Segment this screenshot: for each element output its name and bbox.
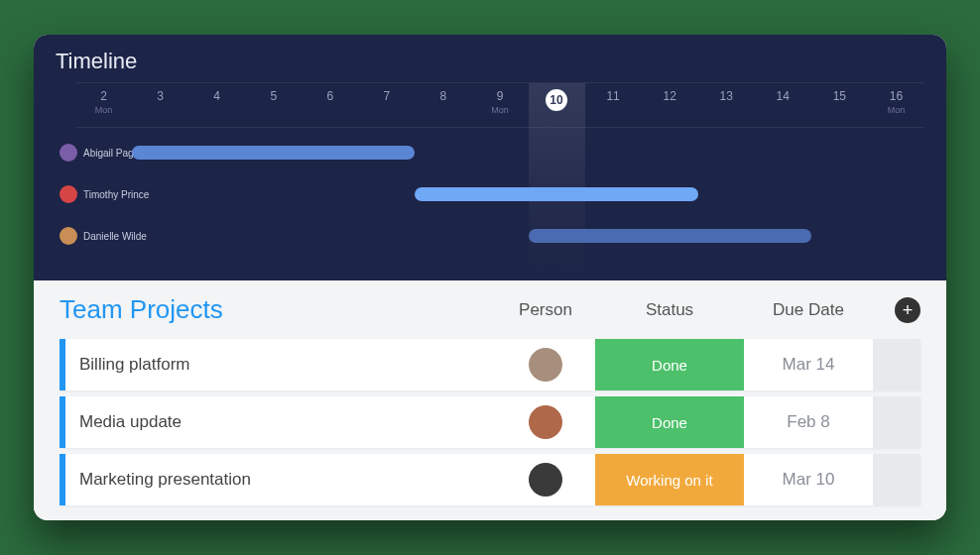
avatar-icon [529,405,562,439]
gantt-person-name: Timothy Prince [83,189,149,200]
timeline-date-cell[interactable]: 13 [698,83,755,127]
task-row-trail [873,396,920,448]
projects-header: Team Projects Person Status Due Date + [60,294,920,325]
column-header-person: Person [496,300,595,320]
task-row[interactable]: Marketing presentationWorking on itMar 1… [60,454,920,505]
date-number: 4 [188,89,245,103]
task-status-cell[interactable]: Done [595,339,744,390]
gantt-bar[interactable] [132,146,415,160]
date-dayofweek: Mon [868,105,924,115]
timeline-date-cell[interactable]: 16Mon [868,83,924,127]
task-row-trail [873,454,920,505]
task-status-cell[interactable]: Done [595,396,744,448]
task-name: Media update [65,412,496,432]
timeline-date-cell[interactable]: 6 [302,83,358,127]
avatar-icon [60,185,77,203]
task-row[interactable]: Billing platformDoneMar 14 [60,339,920,390]
timeline-date-cell[interactable]: 3 [132,83,188,127]
date-number: 14 [755,89,811,103]
projects-title: Team Projects [60,294,496,325]
timeline-title: Timeline [56,49,924,74]
gantt-person-name: Abigail Pagi [83,148,136,159]
avatar-icon [60,144,77,162]
date-number: 15 [811,89,868,103]
date-number: 5 [245,89,302,103]
task-status-cell[interactable]: Working on it [595,454,744,505]
timeline-date-cell[interactable]: 4 [188,83,245,127]
gantt-bar[interactable] [415,187,697,201]
timeline-gantt: Abigail PagiTimothy PrinceDanielle Wilde [75,132,924,257]
gantt-row: Timothy Prince [75,173,924,215]
timeline-date-cell[interactable]: 12 [642,83,698,127]
timeline-date-cell[interactable]: 10 [529,83,585,127]
date-dayofweek: Mon [75,105,132,115]
avatar-icon [60,227,77,245]
gantt-person-label[interactable]: Abigail Pagi [60,144,136,162]
avatar-icon [529,348,562,382]
task-person-cell[interactable] [496,405,595,439]
task-due-cell[interactable]: Feb 8 [744,412,873,432]
gantt-bar[interactable] [529,229,811,243]
timeline-date-cell[interactable]: 15 [811,83,868,127]
task-due-cell[interactable]: Mar 10 [744,470,873,490]
date-dayofweek: Mon [471,105,528,115]
gantt-person-name: Danielle Wilde [83,231,147,242]
avatar-icon [529,463,562,497]
date-number: 2 [75,89,132,103]
date-number: 6 [302,89,358,103]
gantt-row: Abigail Pagi [75,132,924,173]
timeline-date-cell[interactable]: 14 [755,83,811,127]
task-person-cell[interactable] [496,348,595,382]
plus-icon: + [903,301,914,319]
date-number: 12 [642,89,698,103]
gantt-person-label[interactable]: Timothy Prince [60,185,149,203]
timeline-date-cell[interactable]: 5 [245,83,302,127]
date-number: 7 [358,89,415,103]
date-number: 11 [585,89,642,103]
date-number: 13 [698,89,755,103]
timeline-date-row: 2Mon3456789Mon10111213141516Mon [75,82,924,128]
task-name: Marketing presentation [65,470,496,490]
date-number: 10 [546,89,567,111]
timeline-date-cell[interactable]: 7 [358,83,415,127]
column-header-status: Status [595,300,744,320]
task-row-trail [873,339,920,390]
gantt-person-label[interactable]: Danielle Wilde [60,227,147,245]
add-task-button[interactable]: + [895,297,920,323]
gantt-row: Danielle Wilde [75,215,924,257]
task-person-cell[interactable] [496,463,595,497]
date-number: 8 [415,89,471,103]
app-card: Timeline 2Mon3456789Mon10111213141516Mon… [34,35,946,520]
task-due-cell[interactable]: Mar 14 [744,355,873,375]
timeline-date-cell[interactable]: 9Mon [471,83,528,127]
timeline-date-cell[interactable]: 2Mon [75,83,132,127]
timeline-date-cell[interactable]: 11 [585,83,642,127]
projects-panel: Team Projects Person Status Due Date + B… [34,280,946,520]
task-list: Billing platformDoneMar 14Media updateDo… [60,339,920,505]
timeline-panel: Timeline 2Mon3456789Mon10111213141516Mon… [34,35,946,280]
date-number: 3 [132,89,188,103]
column-header-due: Due Date [744,300,873,320]
date-number: 16 [868,89,924,103]
task-row[interactable]: Media updateDoneFeb 8 [60,396,920,448]
timeline-date-cell[interactable]: 8 [415,83,471,127]
task-name: Billing platform [65,355,496,375]
date-number: 9 [471,89,528,103]
